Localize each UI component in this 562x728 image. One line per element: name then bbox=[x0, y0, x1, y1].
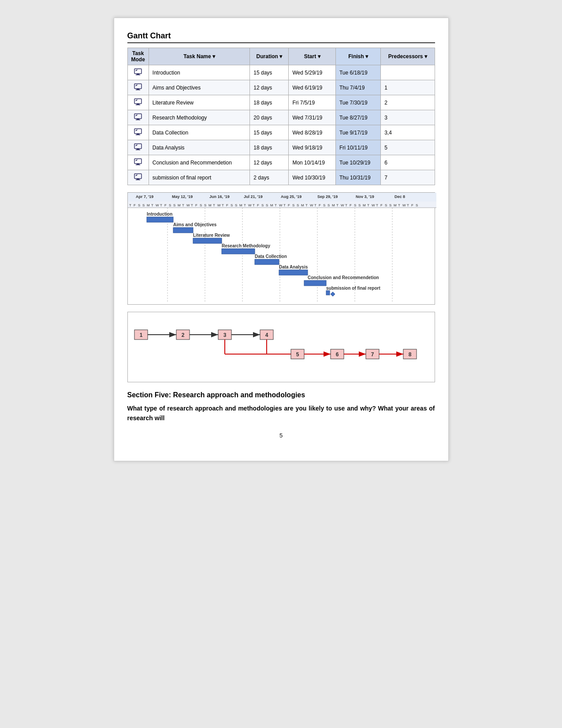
svg-text:F: F bbox=[226, 203, 228, 207]
svg-text:S: S bbox=[292, 203, 294, 207]
task-finish: Tue 10/29/19 bbox=[335, 155, 380, 170]
page-number: 5 bbox=[127, 432, 435, 439]
col-header-finish: Finish ▾ bbox=[335, 48, 380, 65]
svg-text:W: W bbox=[310, 203, 313, 207]
svg-text:8: 8 bbox=[408, 351, 411, 358]
svg-text:T: T bbox=[367, 203, 369, 207]
svg-line-28 bbox=[135, 145, 138, 146]
task-mode-icon bbox=[127, 170, 149, 185]
page: Gantt Chart TaskMode Task Name ▾ Duratio… bbox=[114, 18, 449, 461]
svg-rect-16 bbox=[137, 119, 139, 119]
task-duration: 15 days bbox=[250, 125, 289, 140]
svg-text:M: M bbox=[270, 203, 273, 207]
svg-rect-32 bbox=[136, 164, 140, 165]
svg-text:Nov 3, '19: Nov 3, '19 bbox=[356, 194, 374, 199]
task-finish: Tue 7/30/19 bbox=[335, 95, 380, 110]
task-mode-icon bbox=[127, 95, 149, 110]
task-mode-icon bbox=[127, 110, 149, 125]
svg-rect-127 bbox=[173, 228, 193, 233]
svg-text:W: W bbox=[248, 203, 252, 207]
svg-line-23 bbox=[135, 130, 138, 131]
table-row: Aims and Objectives12 daysWed 6/19/19Thu… bbox=[127, 80, 435, 95]
svg-rect-25 bbox=[134, 144, 141, 149]
svg-text:S: S bbox=[261, 203, 264, 207]
table-row: submission of final report2 daysWed 10/3… bbox=[127, 170, 435, 185]
svg-rect-6 bbox=[137, 89, 139, 90]
table-row: Conclusion and Recommendetion12 daysMon … bbox=[127, 155, 435, 170]
svg-text:Introduction: Introduction bbox=[147, 212, 172, 217]
mode-svg bbox=[134, 112, 142, 121]
task-name: Data Collection bbox=[149, 125, 250, 140]
svg-text:M: M bbox=[178, 203, 181, 207]
svg-text:2: 2 bbox=[181, 332, 184, 338]
svg-rect-1 bbox=[137, 74, 139, 75]
svg-text:F: F bbox=[319, 203, 321, 207]
task-predecessors: 3 bbox=[381, 110, 435, 125]
svg-text:4: 4 bbox=[265, 332, 268, 338]
task-finish: Thu 10/31/19 bbox=[335, 170, 380, 185]
task-predecessors: 2 bbox=[381, 95, 435, 110]
task-name: Conclusion and Recommendetion bbox=[149, 155, 250, 170]
section-body: What type of research approach and metho… bbox=[127, 403, 435, 423]
task-mode-icon bbox=[127, 140, 149, 155]
task-mode-icon bbox=[127, 125, 149, 140]
gantt-chart-visual: Apr 7, '19 May 12, '19 Jun 16, '19 Jul 2… bbox=[127, 192, 435, 305]
task-mode-icon bbox=[127, 80, 149, 95]
task-name: submission of final report bbox=[149, 170, 250, 185]
svg-text:F: F bbox=[350, 203, 352, 207]
svg-text:S: S bbox=[266, 203, 268, 207]
svg-rect-2 bbox=[136, 75, 140, 75]
task-duration: 18 days bbox=[250, 140, 289, 155]
task-name: Research Methodology bbox=[149, 110, 250, 125]
svg-text:F: F bbox=[164, 203, 167, 207]
svg-text:F: F bbox=[257, 203, 259, 207]
task-name: Introduction bbox=[149, 65, 250, 80]
table-row: Introduction15 daysWed 5/29/19Tue 6/18/1… bbox=[127, 65, 435, 80]
svg-text:S: S bbox=[204, 203, 206, 207]
svg-rect-27 bbox=[136, 149, 140, 150]
table-header-row: TaskMode Task Name ▾ Duration ▾ Start ▾ … bbox=[127, 48, 435, 65]
task-duration: 15 days bbox=[250, 65, 289, 80]
svg-line-8 bbox=[135, 85, 138, 86]
svg-text:T: T bbox=[336, 203, 339, 207]
svg-text:F: F bbox=[134, 203, 136, 207]
svg-text:Aug 25, '19: Aug 25, '19 bbox=[281, 194, 301, 199]
gantt-svg: Apr 7, '19 May 12, '19 Jun 16, '19 Jul 2… bbox=[128, 193, 436, 303]
svg-text:S: S bbox=[323, 203, 325, 207]
svg-rect-20 bbox=[134, 129, 141, 134]
svg-text:S: S bbox=[138, 203, 140, 207]
table-row: Data Analysis18 daysWed 9/18/19Fri 10/11… bbox=[127, 140, 435, 155]
col-header-start: Start ▾ bbox=[289, 48, 336, 65]
svg-text:Literature Review: Literature Review bbox=[193, 233, 230, 238]
task-finish: Fri 10/11/19 bbox=[335, 140, 380, 155]
svg-text:T: T bbox=[182, 203, 184, 207]
gantt-chart-title: Gantt Chart bbox=[127, 31, 435, 43]
svg-text:Aims and Objectives: Aims and Objectives bbox=[173, 222, 217, 227]
task-predecessors: 3,4 bbox=[381, 125, 435, 140]
task-start: Mon 10/14/19 bbox=[289, 155, 336, 170]
svg-rect-15 bbox=[134, 114, 141, 119]
svg-text:S: S bbox=[235, 203, 237, 207]
task-finish: Tue 6/18/19 bbox=[335, 65, 380, 80]
task-start: Wed 8/28/19 bbox=[289, 125, 336, 140]
svg-text:Jun 16, '19: Jun 16, '19 bbox=[209, 194, 230, 199]
svg-text:T: T bbox=[191, 203, 193, 207]
svg-rect-7 bbox=[136, 90, 140, 90]
svg-text:M: M bbox=[363, 203, 366, 207]
task-predecessors: 6 bbox=[381, 155, 435, 170]
svg-text:1: 1 bbox=[139, 332, 142, 338]
table-row: Data Collection15 daysWed 8/28/19Tue 9/1… bbox=[127, 125, 435, 140]
svg-rect-139 bbox=[326, 291, 330, 295]
svg-text:May 12, '19: May 12, '19 bbox=[172, 194, 193, 199]
svg-text:T: T bbox=[213, 203, 215, 207]
svg-text:F: F bbox=[288, 203, 290, 207]
mode-svg bbox=[134, 142, 142, 151]
svg-text:Research Methodology: Research Methodology bbox=[222, 243, 270, 248]
task-duration: 12 days bbox=[250, 80, 289, 95]
svg-text:W: W bbox=[156, 203, 159, 207]
svg-text:5: 5 bbox=[296, 351, 299, 358]
svg-text:W: W bbox=[402, 203, 406, 207]
svg-rect-37 bbox=[136, 179, 140, 180]
svg-rect-129 bbox=[193, 238, 222, 243]
svg-rect-21 bbox=[137, 134, 139, 134]
